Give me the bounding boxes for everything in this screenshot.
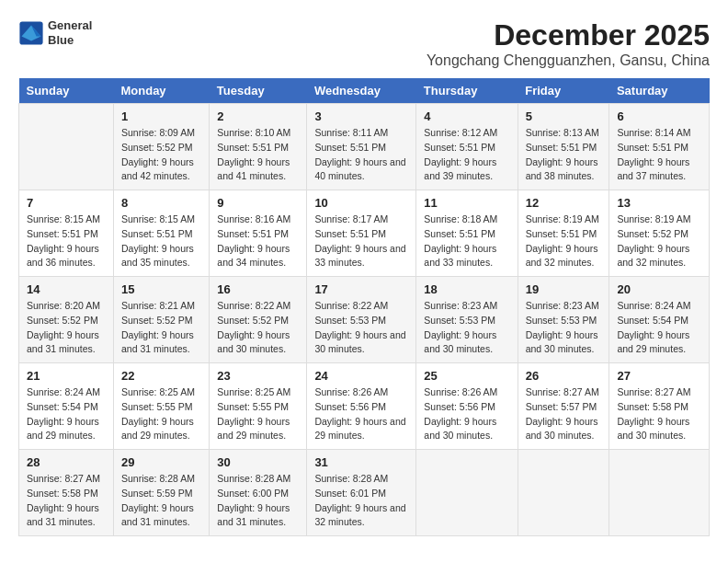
calendar-cell (518, 450, 609, 536)
day-info: Sunrise: 8:28 AMSunset: 6:01 PMDaylight:… (314, 472, 408, 530)
day-info: Sunrise: 8:18 AMSunset: 5:51 PMDaylight:… (424, 213, 509, 270)
calendar-header-monday: Monday (113, 78, 209, 104)
day-info: Sunrise: 8:12 AMSunset: 5:51 PMDaylight:… (424, 126, 509, 184)
calendar-cell: 16Sunrise: 8:22 AMSunset: 5:52 PMDayligh… (210, 277, 307, 363)
day-info: Sunrise: 8:13 AMSunset: 5:51 PMDaylight:… (526, 126, 602, 184)
day-info: Sunrise: 8:22 AMSunset: 5:52 PMDaylight:… (217, 299, 299, 357)
day-number: 10 (314, 196, 408, 210)
logo: General Blue (18, 18, 92, 47)
calendar-header-friday: Friday (518, 78, 609, 104)
day-number: 30 (217, 455, 299, 469)
calendar-cell: 25Sunrise: 8:26 AMSunset: 5:56 PMDayligh… (416, 363, 518, 450)
calendar-cell: 12Sunrise: 8:19 AMSunset: 5:51 PMDayligh… (518, 190, 609, 277)
day-number: 16 (217, 282, 299, 296)
calendar-cell: 17Sunrise: 8:22 AMSunset: 5:53 PMDayligh… (307, 277, 416, 363)
day-info: Sunrise: 8:25 AMSunset: 5:55 PMDaylight:… (121, 385, 201, 443)
day-info: Sunrise: 8:11 AMSunset: 5:51 PMDaylight:… (314, 126, 408, 184)
day-number: 8 (121, 196, 201, 210)
day-number: 25 (424, 369, 509, 383)
day-info: Sunrise: 8:23 AMSunset: 5:53 PMDaylight:… (424, 299, 509, 357)
day-number: 3 (314, 109, 408, 123)
day-info: Sunrise: 8:17 AMSunset: 5:51 PMDaylight:… (314, 213, 408, 270)
day-number: 28 (27, 455, 106, 469)
calendar-cell: 29Sunrise: 8:28 AMSunset: 5:59 PMDayligh… (113, 450, 209, 536)
day-number: 15 (121, 282, 201, 296)
day-info: Sunrise: 8:27 AMSunset: 5:57 PMDaylight:… (526, 385, 602, 443)
calendar-cell (609, 450, 710, 536)
day-info: Sunrise: 8:19 AMSunset: 5:51 PMDaylight:… (526, 213, 602, 270)
calendar-cell: 31Sunrise: 8:28 AMSunset: 6:01 PMDayligh… (307, 450, 416, 536)
calendar-week-2: 7Sunrise: 8:15 AMSunset: 5:51 PMDaylight… (19, 190, 710, 277)
calendar-cell: 1Sunrise: 8:09 AMSunset: 5:52 PMDaylight… (113, 104, 209, 190)
day-number: 26 (526, 369, 602, 383)
calendar-header-row: SundayMondayTuesdayWednesdayThursdayFrid… (19, 78, 710, 104)
calendar-cell: 6Sunrise: 8:14 AMSunset: 5:51 PMDaylight… (609, 104, 710, 190)
day-info: Sunrise: 8:15 AMSunset: 5:51 PMDaylight:… (121, 213, 201, 270)
calendar-cell: 10Sunrise: 8:17 AMSunset: 5:51 PMDayligh… (307, 190, 416, 277)
day-number: 23 (217, 369, 299, 383)
day-number: 7 (27, 196, 106, 210)
day-info: Sunrise: 8:09 AMSunset: 5:52 PMDaylight:… (121, 126, 201, 184)
calendar-cell: 20Sunrise: 8:24 AMSunset: 5:54 PMDayligh… (609, 277, 710, 363)
day-number: 31 (314, 455, 408, 469)
day-number: 1 (121, 109, 201, 123)
sub-title: Yongchang Chengguanzhen, Gansu, China (427, 52, 710, 69)
day-number: 29 (121, 455, 201, 469)
calendar-cell: 8Sunrise: 8:15 AMSunset: 5:51 PMDaylight… (113, 190, 209, 277)
calendar-cell: 15Sunrise: 8:21 AMSunset: 5:52 PMDayligh… (113, 277, 209, 363)
calendar-cell: 5Sunrise: 8:13 AMSunset: 5:51 PMDaylight… (518, 104, 609, 190)
calendar-cell: 24Sunrise: 8:26 AMSunset: 5:56 PMDayligh… (307, 363, 416, 450)
calendar-header-saturday: Saturday (609, 78, 710, 104)
calendar-cell: 11Sunrise: 8:18 AMSunset: 5:51 PMDayligh… (416, 190, 518, 277)
header: General Blue December 2025 Yongchang Che… (18, 18, 710, 69)
calendar-header-sunday: Sunday (19, 78, 114, 104)
day-number: 14 (27, 282, 106, 296)
calendar-header-tuesday: Tuesday (210, 78, 307, 104)
day-info: Sunrise: 8:10 AMSunset: 5:51 PMDaylight:… (217, 126, 299, 184)
day-number: 4 (424, 109, 509, 123)
day-number: 13 (617, 196, 701, 210)
main-title: December 2025 (427, 18, 710, 52)
day-info: Sunrise: 8:16 AMSunset: 5:51 PMDaylight:… (217, 213, 299, 270)
day-info: Sunrise: 8:26 AMSunset: 5:56 PMDaylight:… (314, 385, 408, 443)
day-info: Sunrise: 8:24 AMSunset: 5:54 PMDaylight:… (27, 385, 106, 443)
calendar-cell: 26Sunrise: 8:27 AMSunset: 5:57 PMDayligh… (518, 363, 609, 450)
calendar-week-4: 21Sunrise: 8:24 AMSunset: 5:54 PMDayligh… (19, 363, 710, 450)
calendar-header-wednesday: Wednesday (307, 78, 416, 104)
calendar-cell: 30Sunrise: 8:28 AMSunset: 6:00 PMDayligh… (210, 450, 307, 536)
calendar-cell: 2Sunrise: 8:10 AMSunset: 5:51 PMDaylight… (210, 104, 307, 190)
day-number: 11 (424, 196, 509, 210)
day-info: Sunrise: 8:19 AMSunset: 5:52 PMDaylight:… (617, 213, 701, 270)
calendar-week-5: 28Sunrise: 8:27 AMSunset: 5:58 PMDayligh… (19, 450, 710, 536)
day-info: Sunrise: 8:22 AMSunset: 5:53 PMDaylight:… (314, 299, 408, 357)
title-section: December 2025 Yongchang Chengguanzhen, G… (427, 18, 710, 69)
day-number: 21 (27, 369, 106, 383)
day-number: 5 (526, 109, 602, 123)
day-info: Sunrise: 8:27 AMSunset: 5:58 PMDaylight:… (617, 385, 701, 443)
day-info: Sunrise: 8:20 AMSunset: 5:52 PMDaylight:… (27, 299, 106, 357)
calendar-cell: 19Sunrise: 8:23 AMSunset: 5:53 PMDayligh… (518, 277, 609, 363)
day-info: Sunrise: 8:21 AMSunset: 5:52 PMDaylight:… (121, 299, 201, 357)
calendar-cell: 23Sunrise: 8:25 AMSunset: 5:55 PMDayligh… (210, 363, 307, 450)
day-info: Sunrise: 8:26 AMSunset: 5:56 PMDaylight:… (424, 385, 509, 443)
calendar-cell: 21Sunrise: 8:24 AMSunset: 5:54 PMDayligh… (19, 363, 114, 450)
calendar-cell: 14Sunrise: 8:20 AMSunset: 5:52 PMDayligh… (19, 277, 114, 363)
calendar-cell: 9Sunrise: 8:16 AMSunset: 5:51 PMDaylight… (210, 190, 307, 277)
calendar-cell: 22Sunrise: 8:25 AMSunset: 5:55 PMDayligh… (113, 363, 209, 450)
day-info: Sunrise: 8:14 AMSunset: 5:51 PMDaylight:… (617, 126, 701, 184)
day-number: 12 (526, 196, 602, 210)
calendar-cell: 7Sunrise: 8:15 AMSunset: 5:51 PMDaylight… (19, 190, 114, 277)
calendar-cell: 13Sunrise: 8:19 AMSunset: 5:52 PMDayligh… (609, 190, 710, 277)
day-info: Sunrise: 8:15 AMSunset: 5:51 PMDaylight:… (27, 213, 106, 270)
logo-icon (18, 20, 44, 46)
calendar-table: SundayMondayTuesdayWednesdayThursdayFrid… (18, 78, 710, 536)
day-number: 22 (121, 369, 201, 383)
day-number: 17 (314, 282, 408, 296)
calendar-cell (416, 450, 518, 536)
day-number: 2 (217, 109, 299, 123)
calendar-header-thursday: Thursday (416, 78, 518, 104)
day-info: Sunrise: 8:27 AMSunset: 5:58 PMDaylight:… (27, 472, 106, 530)
day-number: 27 (617, 369, 701, 383)
day-info: Sunrise: 8:23 AMSunset: 5:53 PMDaylight:… (526, 299, 602, 357)
day-info: Sunrise: 8:28 AMSunset: 5:59 PMDaylight:… (121, 472, 201, 530)
